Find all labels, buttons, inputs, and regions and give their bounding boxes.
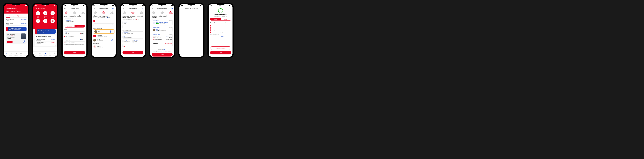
- edit-method-link[interactable]: ✎ Edit: [169, 20, 172, 21]
- avatar: [93, 39, 96, 41]
- ads-card[interactable]: 🛡ADS|Card is Linked VISA ....3094 (732) …: [6, 27, 26, 31]
- send-currency-select[interactable]: USD⌄: [80, 33, 84, 34]
- tab-updates[interactable]: Updates1: [13, 15, 18, 17]
- account-balance: $2,898.23: [21, 19, 26, 20]
- nav-products[interactable]: ▭Products: [10, 52, 12, 56]
- help-icon[interactable]: ?: [112, 7, 114, 9]
- back-button[interactable]: ←: [93, 7, 95, 9]
- check-icon: ✓: [210, 27, 211, 28]
- next-button[interactable]: Next: [64, 51, 85, 54]
- activity-row[interactable]: Check to Energy Co.September 3 -$123.67: [36, 41, 54, 45]
- greeting: Good morning, Stacey.: [6, 10, 26, 12]
- account-row[interactable]: Checking Account....1776 $2,898.23: [6, 18, 26, 22]
- nav-products[interactable]: ▭Products: [38, 52, 42, 56]
- access-code-button[interactable]: •••Pay WithAccessCode: [35, 19, 41, 26]
- country-select[interactable]: Country Philippines ⌄: [122, 44, 144, 47]
- domestic-tab[interactable]: Domestic: [64, 25, 74, 27]
- back-button[interactable]: ←: [122, 7, 124, 9]
- contact-row-cristina[interactable]: CA Cristina A+63-2-8123-4567: [92, 44, 116, 49]
- last-name-input[interactable]: Last NameRaymond: [122, 25, 144, 28]
- enabled-by-visa: Enabled by VISA: [150, 47, 174, 51]
- debits-icon: ▤: [50, 19, 55, 23]
- battery-icon: [54, 5, 56, 6]
- direct-debits-button[interactable]: ▤ManageDirectDebits: [50, 19, 56, 26]
- postcode-input[interactable]: Post Code1207: [134, 40, 144, 43]
- next-button[interactable]: Next: [122, 51, 144, 54]
- help-icon[interactable]: ?: [83, 7, 85, 9]
- home-icon: ⌂: [5, 52, 7, 54]
- city-input[interactable]: CityCarmona, Makati: [122, 35, 144, 39]
- nav-payments[interactable]: ➤Payments: [44, 52, 47, 56]
- contact-row-sally[interactable]: SD Sally Davis2 Saved Payment Methods ›: [92, 34, 116, 38]
- signal-icon: [35, 5, 36, 6]
- nav-rewards[interactable]: ✪Rewards: [53, 52, 56, 56]
- terms-link[interactable]: Terms & Conditions: [165, 51, 171, 52]
- done-button[interactable]: Done: [210, 51, 231, 54]
- edit-recipient-link[interactable]: ✎ Edit: [169, 27, 172, 28]
- send-button[interactable]: Send: [152, 53, 172, 56]
- tab-details[interactable]: Details: [220, 18, 231, 20]
- tab-accounts[interactable]: Accounts: [6, 15, 10, 17]
- bottom-nav: ⌂Home ▭Products ➤Payments ▭Cards ✪Reward…: [4, 51, 28, 57]
- signal-icon: [122, 5, 124, 6]
- avatar: [94, 30, 97, 33]
- ads-card[interactable]: 🛡ADS|Card is Linked VISA ....3094 (732) …: [35, 29, 56, 34]
- terms-text: By clicking 'Send' you agree to the Term…: [150, 51, 174, 52]
- transfer-type-toggle: Domestic International: [64, 25, 85, 27]
- battery-icon: [171, 5, 172, 6]
- state-input[interactable]: State or Prov.Metro Manila: [122, 40, 132, 43]
- chevron-right-icon: ›: [113, 31, 113, 32]
- street-input[interactable]: Street Address75 P. Domingo Street: [122, 31, 144, 35]
- menu-icon[interactable]: [25, 7, 26, 9]
- promo-card: Take advantage of your ADS to receive mo…: [6, 32, 26, 44]
- alias-icon: ⇄: [111, 39, 113, 41]
- check-icon: ▭: [50, 11, 55, 15]
- menu-icon[interactable]: [54, 7, 56, 9]
- contact-row-sam[interactable]: Sam T+63-2-1982-9482 ⇄ ›: [92, 38, 116, 42]
- help-icon[interactable]: ?: [142, 7, 144, 9]
- back-button[interactable]: ←: [152, 7, 154, 9]
- receive-currency-select[interactable]: PHP⌄: [80, 39, 84, 40]
- help-icon[interactable]: ?: [171, 7, 172, 9]
- cards-icon: ▭: [20, 52, 22, 54]
- reference-number: REF: 1282302382128713: [209, 34, 232, 35]
- avatar: [153, 28, 156, 31]
- first-name-input[interactable]: First NameGary: [122, 21, 144, 24]
- pay-check-button[interactable]: ▭Pay WithCheck: [50, 11, 56, 18]
- nav-rewards[interactable]: ✪Rewards: [24, 52, 27, 56]
- avatar: SD: [93, 35, 96, 37]
- international-tab[interactable]: International: [74, 25, 85, 27]
- updates-badge: 1: [17, 15, 18, 17]
- edit-transaction-link[interactable]: ✎ Edit: [169, 34, 172, 35]
- nav-payments[interactable]: ➤Payments: [14, 52, 18, 56]
- add-contact-button[interactable]: + Add New Contact ›: [92, 19, 116, 23]
- progress-stepper: TransferDetails RecipientDetails ReviewT…: [92, 10, 116, 14]
- battery-icon: [229, 5, 231, 6]
- result-tabs: Updates Details: [210, 18, 231, 20]
- request-pay-button[interactable]: ↻Requestto Pay: [42, 11, 48, 18]
- activity-icon: ◉: [36, 36, 37, 37]
- contact-row-gary[interactable]: Gary+63-2-8123-4567 ⇄ ›: [93, 29, 114, 34]
- activity-row[interactable]: Payment from JohnSeptember 9 $25.00: [36, 38, 54, 41]
- nav-cards[interactable]: ▭Cards: [49, 52, 51, 56]
- fast-badge: ⚡ Fast: [156, 23, 159, 24]
- send-money-button[interactable]: ➤SendMoney: [35, 11, 41, 18]
- share-button[interactable]: Share with Recipient: [210, 46, 231, 50]
- send-amount-input[interactable]: You Send$100.00 USD⌄: [64, 31, 85, 35]
- nav-cards[interactable]: ▭Cards: [20, 52, 22, 56]
- nav-home[interactable]: ⌂Home: [34, 52, 36, 56]
- status-time: 9:41: [15, 5, 17, 6]
- tab-updates[interactable]: Updates: [210, 18, 220, 20]
- back-button[interactable]: ←: [64, 7, 66, 9]
- search-icon: 🔍: [112, 24, 113, 25]
- account-row[interactable]: Savings Account....9496 $14,980.22: [6, 22, 26, 25]
- signal-icon: [210, 5, 212, 6]
- nav-home[interactable]: ⌂Home: [5, 52, 7, 56]
- transfer-accounts-button[interactable]: ⇄TransferBetweenAccounts: [42, 19, 48, 26]
- search-input[interactable]: Search🔍: [93, 23, 114, 26]
- products-icon: ▭: [10, 52, 12, 54]
- try-now-button[interactable]: Try Now: [7, 41, 12, 43]
- account-select[interactable]: Choose AccountChecking Account ⌄: [64, 19, 85, 23]
- confirm-title: Transfer confirmed: [209, 14, 232, 16]
- receive-amount-input[interactable]: They Receive₱5,605.00 PHP⌄: [64, 38, 85, 42]
